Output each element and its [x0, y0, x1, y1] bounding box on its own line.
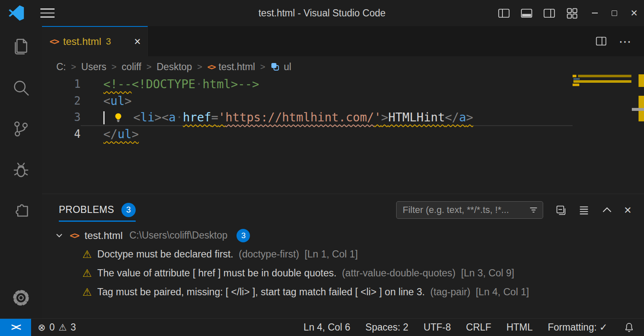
code-lines: 1<!--<!DOCTYPE·html>-->2<ul>3 <li><a·hre… — [42, 76, 644, 142]
status-indentation[interactable]: Spaces: 2 — [365, 322, 408, 333]
problem-row-1[interactable]: ⚠Doctype must be declared first.(doctype… — [42, 245, 644, 264]
problems-file-row[interactable]: <> test.html C:\Users\coliff\Desktop 3 — [42, 226, 644, 245]
sidebar-item-explorer[interactable] — [0, 26, 42, 67]
breadcrumb-item-c[interactable]: C: — [56, 61, 66, 73]
problem-row-2[interactable]: ⚠The value of attribute [ href ] must be… — [42, 264, 644, 283]
sidebar-item-source-control[interactable] — [0, 108, 42, 150]
minimize-button[interactable] — [585, 0, 605, 26]
code-line-2[interactable]: 2<ul> — [42, 93, 573, 110]
file-problems-badge: 3 — [237, 229, 250, 242]
warning-icon: ⚠ — [82, 248, 92, 260]
activity-bar — [0, 26, 42, 318]
toggle-secondary-sidebar-icon[interactable] — [542, 6, 556, 20]
code-token: ' — [374, 110, 381, 124]
breadcrumb-label: ul — [284, 61, 291, 73]
more-actions-icon[interactable]: ⋯ — [619, 34, 632, 49]
problem-message: Tag must be paired, missing: [ </li> ], … — [97, 286, 425, 298]
code-token: < — [133, 110, 140, 124]
breadcrumb-item-coliff[interactable]: coliff — [122, 61, 142, 73]
breadcrumb-separator: > — [146, 62, 151, 72]
tab-test-html[interactable]: <> test.html 3 × — [42, 26, 148, 56]
problems-filter-input[interactable] — [402, 205, 528, 215]
toggle-panel-icon[interactable] — [520, 6, 534, 20]
line-number: 2 — [42, 93, 81, 110]
customize-layout-icon[interactable] — [565, 6, 579, 20]
breadcrumb-item-testhtml[interactable]: <>test.html — [207, 61, 255, 73]
code-token: href — [183, 110, 211, 124]
status-cursor-position[interactable]: Ln 4, Col 6 — [304, 322, 350, 333]
code-token: HTMLHint — [388, 110, 445, 124]
tab-problems[interactable]: PROBLEMS 3 — [59, 194, 136, 226]
status-problems-summary[interactable]: ⊗ 0 ⚠ 3 — [31, 322, 76, 333]
breadcrumb-item-ul[interactable]: ul — [270, 61, 291, 73]
problem-location: [Ln 3, Col 9] — [461, 268, 514, 279]
toggle-sidebar-icon[interactable] — [497, 6, 511, 20]
close-window-button[interactable]: × — [624, 0, 644, 26]
titlebar: test.html - Visual Studio Code × — [0, 0, 644, 26]
problem-message: Doctype must be declared first. — [97, 249, 233, 260]
html-file-icon: <> — [70, 231, 79, 241]
html-file-icon: <> — [207, 62, 215, 71]
maximize-panel-icon[interactable] — [601, 204, 613, 216]
filter-icon[interactable] — [528, 205, 539, 215]
warning-icon: ⚠ — [82, 286, 92, 298]
code-line-1[interactable]: 1<!--<!DOCTYPE·html>--> — [42, 76, 573, 93]
status-encoding[interactable]: UTF-8 — [423, 322, 451, 333]
line-content: </ul> — [81, 126, 573, 143]
code-token: https://htmlhint.com/ — [225, 110, 374, 124]
breadcrumb-item-users[interactable]: Users — [81, 61, 106, 73]
problems-list: ⚠Doctype must be declared first.(doctype… — [42, 245, 644, 302]
minimap[interactable] — [573, 74, 631, 179]
status-eol[interactable]: CRLF — [466, 322, 491, 333]
breadcrumb-label: test.html — [218, 61, 255, 73]
line-number: 3 — [42, 109, 81, 126]
problem-rule: (tag-pair) — [430, 286, 470, 298]
error-icon: ⊗ — [38, 322, 45, 333]
status-formatting[interactable]: Formatting: ✓ — [548, 322, 607, 333]
code-token: = — [211, 110, 218, 124]
vscode-logo-icon — [8, 5, 24, 21]
remote-indicator[interactable]: >< — [0, 319, 31, 336]
code-line-4[interactable]: 4</ul> — [42, 126, 573, 143]
code-token: < — [103, 94, 110, 108]
view-as-table-icon[interactable] — [578, 204, 590, 216]
sidebar-item-extensions[interactable] — [0, 191, 42, 232]
gear-icon — [11, 288, 31, 307]
warning-count: 3 — [71, 322, 76, 333]
problems-file-path: C:\Users\coliff\Desktop — [129, 230, 227, 241]
extensions-icon — [11, 202, 31, 221]
panel-header: PROBLEMS 3 × — [42, 194, 644, 226]
problem-message: The value of attribute [ href ] must be … — [97, 268, 336, 279]
lightbulb-icon[interactable] — [113, 112, 124, 123]
problems-tree: <> test.html C:\Users\coliff\Desktop 3 ⚠… — [42, 226, 644, 302]
problems-filter[interactable] — [396, 201, 543, 219]
problem-row-3[interactable]: ⚠Tag must be paired, missing: [ </li> ],… — [42, 283, 644, 302]
code-token: ' — [218, 110, 226, 124]
overview-ruler — [639, 74, 644, 190]
code-line-3[interactable]: 3 <li><a·href='https://htmlhint.com/'>HT… — [42, 109, 573, 126]
maximize-button[interactable] — [605, 0, 624, 26]
sidebar-item-settings[interactable] — [0, 277, 42, 318]
breadcrumb: C:>Users>coliff>Desktop><>test.html> ul — [42, 56, 644, 77]
sidebar-item-search[interactable] — [0, 67, 42, 108]
code-token: ul — [110, 94, 125, 108]
code-token: </ — [103, 127, 118, 141]
code-token: > — [381, 110, 388, 124]
breadcrumb-separator: > — [71, 62, 76, 72]
notifications-bell-icon[interactable] — [623, 322, 635, 333]
status-language-mode[interactable]: HTML — [506, 322, 533, 333]
close-tab-button[interactable]: × — [134, 35, 141, 48]
code-token: > — [466, 110, 473, 124]
menu-icon[interactable] — [40, 8, 55, 18]
code-token: li — [140, 110, 155, 124]
code-token: a — [169, 110, 176, 124]
collapse-all-icon[interactable] — [555, 204, 567, 216]
problems-file-name: test.html — [84, 230, 123, 242]
breadcrumb-item-desktop[interactable]: Desktop — [157, 61, 192, 73]
split-editor-icon[interactable] — [594, 34, 608, 48]
breadcrumb-separator: > — [111, 62, 116, 72]
close-panel-icon[interactable]: × — [624, 204, 631, 216]
sidebar-item-run-debug[interactable] — [0, 150, 42, 191]
breadcrumb-label: coliff — [122, 61, 142, 73]
breadcrumb-label: Users — [81, 61, 106, 73]
